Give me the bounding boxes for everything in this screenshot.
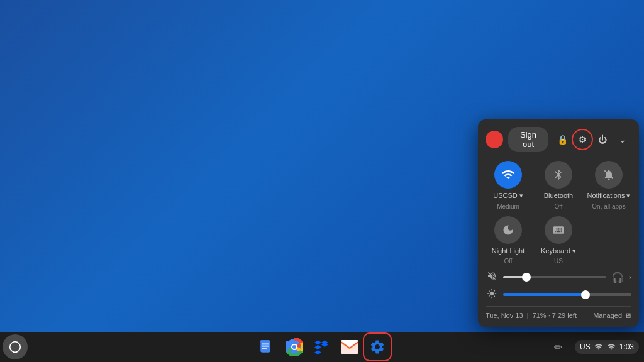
svg-rect-6 (262, 348, 267, 349)
wifi-toggle[interactable]: USCSD ▾ Medium (486, 161, 531, 209)
tray-time: 1:03 (619, 343, 634, 351)
dropbox-app[interactable] (309, 334, 335, 359)
toggle-row-2: Night Light Off Keyboard ▾ US (486, 216, 631, 265)
settings-app[interactable] (365, 334, 390, 359)
settings-button[interactable]: ⚙ (574, 131, 591, 148)
managed-label: Managed (593, 312, 622, 319)
avatar[interactable] (486, 131, 503, 148)
tray-wifi-icon (607, 343, 616, 351)
night-light-toggle[interactable]: Night Light Off (486, 216, 531, 265)
desktop: Sign out 🔒 ⚙ ⏻ ⌄ USCSD ▾ Medium (0, 0, 644, 362)
date-text: Tue, Nov 13 (486, 312, 523, 319)
expand-button[interactable]: ⌄ (614, 131, 631, 148)
gmail-app[interactable] (337, 334, 362, 359)
audio-expand-icon[interactable]: › (629, 273, 631, 282)
wifi-label: USCSD ▾ (493, 191, 523, 200)
taskbar-left (0, 334, 28, 359)
header-icons: 🔒 ⚙ ⏻ ⌄ (553, 131, 631, 148)
night-light-label: Night Light (492, 246, 525, 255)
svg-rect-4 (262, 344, 269, 345)
chrome-app[interactable] (282, 334, 307, 359)
bluetooth-icon (545, 161, 572, 189)
keyboard-label: Keyboard ▾ (541, 246, 576, 255)
bluetooth-sublabel: Off (554, 203, 562, 210)
keyboard-icon (545, 216, 572, 244)
night-light-icon (494, 216, 522, 244)
managed-section: Managed 🖥 (593, 312, 631, 319)
keyboard-sublabel: US (554, 258, 563, 265)
night-light-sublabel: Off (504, 258, 512, 265)
tray-region: US (580, 343, 591, 351)
notifications-label: Notifications ▾ (587, 191, 631, 200)
brightness-icon (486, 288, 498, 301)
system-tray[interactable]: US 1:03 (575, 340, 639, 354)
docs-app[interactable] (254, 334, 279, 359)
qs-header: Sign out 🔒 ⚙ ⏻ ⌄ (486, 127, 631, 152)
mute-icon (486, 271, 498, 283)
tray-network-icon (594, 343, 603, 351)
quick-settings-panel: Sign out 🔒 ⚙ ⏻ ⌄ USCSD ▾ Medium (478, 119, 639, 327)
volume-slider-row: 🎧 › (486, 271, 631, 283)
toggle-row-1: USCSD ▾ Medium Bluetooth Off (486, 161, 631, 209)
brightness-slider[interactable] (503, 293, 631, 296)
taskbar: ✏ US 1:03 (0, 332, 644, 362)
power-button[interactable]: ⏻ (594, 131, 611, 148)
bluetooth-label: Bluetooth (544, 191, 573, 200)
managed-icon: 🖥 (625, 312, 631, 319)
notifications-toggle[interactable]: Notifications ▾ On, all apps (586, 161, 631, 209)
wifi-icon (494, 161, 522, 189)
keyboard-toggle[interactable]: Keyboard ▾ US (536, 216, 581, 265)
volume-slider[interactable] (503, 276, 606, 278)
bluetooth-toggle[interactable]: Bluetooth Off (536, 161, 581, 209)
signout-button[interactable]: Sign out (508, 127, 548, 152)
taskbar-right: ✏ US 1:03 (546, 334, 644, 359)
svg-point-10 (292, 345, 296, 349)
wifi-sublabel: Medium (497, 203, 519, 210)
svg-point-1 (10, 342, 21, 353)
launcher-button[interactable] (3, 334, 28, 359)
lock-button[interactable]: 🔒 (553, 131, 571, 148)
qs-footer: Tue, Nov 13 | 71% · 7:29 left Managed 🖥 (486, 306, 631, 319)
date-label: Tue, Nov 13 | 71% · 7:29 left (486, 312, 577, 319)
brightness-slider-row (486, 288, 631, 301)
pencil-icon[interactable]: ✏ (546, 334, 571, 359)
notifications-icon (595, 161, 623, 189)
headphones-icon: 🎧 (611, 272, 624, 283)
svg-rect-5 (262, 346, 269, 347)
notifications-sublabel: On, all apps (592, 203, 625, 210)
battery-text: 71% · 7:29 left (533, 312, 577, 319)
taskbar-apps (254, 334, 390, 359)
